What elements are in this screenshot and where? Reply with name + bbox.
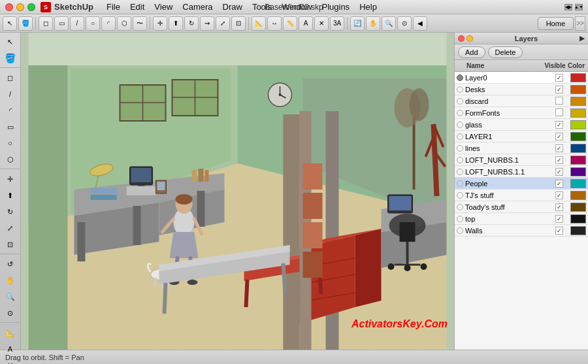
layer-visible-check[interactable]: ✓ xyxy=(547,226,570,235)
checkbox[interactable]: ✓ xyxy=(555,133,563,141)
left-zoomall-btn[interactable]: ⊙ xyxy=(2,305,19,321)
3dtext-btn[interactable]: 3A xyxy=(330,16,344,31)
layer-color-swatch[interactable] xyxy=(570,85,586,94)
left-pushpull-btn[interactable]: ⬆ xyxy=(2,188,19,203)
layer-row[interactable]: Layer0✓ xyxy=(455,72,588,84)
checkbox[interactable]: ✓ xyxy=(555,156,563,164)
layer-visible-check[interactable]: ✓ xyxy=(547,203,570,211)
checkbox[interactable]: ✓ xyxy=(555,215,563,223)
checkbox[interactable]: ✓ xyxy=(555,168,563,176)
left-zoom-btn[interactable]: 🔍 xyxy=(2,289,19,305)
left-offset-btn[interactable]: ⊡ xyxy=(2,237,19,252)
move-btn[interactable]: ✛ xyxy=(153,16,167,31)
push-pull-btn[interactable]: ⬆ xyxy=(169,16,183,31)
layer-row[interactable]: LOFT_NURBS.1✓ xyxy=(455,154,588,166)
checkbox[interactable]: ✓ xyxy=(555,203,563,211)
paint-bucket-btn[interactable]: 🪣 xyxy=(18,16,33,31)
left-scale-btn[interactable]: ⤢ xyxy=(2,220,19,236)
layer-visible-check[interactable]: ✓ xyxy=(547,132,570,141)
layer-visible-check[interactable]: ✓ xyxy=(547,156,570,164)
layer-color-swatch[interactable] xyxy=(570,167,586,176)
left-rect-btn[interactable]: ▭ xyxy=(2,119,19,135)
layer-visible-check[interactable] xyxy=(547,97,570,106)
layer-row[interactable]: top✓ xyxy=(455,213,588,225)
layer-row[interactable]: FormFonts xyxy=(455,107,588,119)
layers-min-btn[interactable] xyxy=(466,35,473,42)
viewport[interactable]: ActivatorsKey.Com xyxy=(21,33,454,350)
layers-options[interactable]: ▶ xyxy=(580,35,585,42)
layer-color-swatch[interactable] xyxy=(570,73,586,82)
left-line-btn[interactable]: / xyxy=(2,86,19,102)
offset-btn[interactable]: ⊡ xyxy=(231,16,246,31)
layer-row[interactable]: Desks✓ xyxy=(455,84,588,95)
scale-btn[interactable]: ⤢ xyxy=(216,16,230,31)
menu-bar[interactable]: File Edit View Camera Draw Tools Window … xyxy=(106,2,377,12)
left-tape-btn[interactable]: 📐 xyxy=(2,325,19,340)
menu-draw[interactable]: Draw xyxy=(223,2,242,12)
layer-color-swatch[interactable] xyxy=(570,191,586,200)
zoom-btn[interactable]: 🔍 xyxy=(382,16,396,31)
checkbox[interactable]: ✓ xyxy=(555,180,563,188)
rotate-btn[interactable]: ↻ xyxy=(184,16,199,31)
line-btn[interactable]: / xyxy=(70,16,84,31)
checkbox[interactable]: ✓ xyxy=(555,144,563,152)
left-pan-btn[interactable]: ✋ xyxy=(2,273,19,288)
left-rotate-btn[interactable]: ↻ xyxy=(2,204,19,220)
layer-color-swatch[interactable] xyxy=(570,97,586,106)
left-circle-btn[interactable]: ○ xyxy=(2,135,19,151)
arc-btn[interactable]: ◜ xyxy=(101,16,116,31)
layer-visible-check[interactable]: ✓ xyxy=(547,214,570,223)
left-paint-btn[interactable]: 🪣 xyxy=(2,50,19,66)
layer-color-swatch[interactable] xyxy=(570,179,586,188)
tape-btn[interactable]: 📐 xyxy=(252,16,266,31)
menu-view[interactable]: View xyxy=(154,2,172,12)
layer-color-swatch[interactable] xyxy=(570,203,586,212)
layer-row[interactable]: glass✓ xyxy=(455,119,588,131)
menu-file[interactable]: File xyxy=(106,2,120,12)
rectangle-btn[interactable]: ▭ xyxy=(54,16,69,31)
close-button[interactable] xyxy=(5,3,13,11)
layer-color-swatch[interactable] xyxy=(570,144,586,153)
maximize-button[interactable] xyxy=(27,3,35,11)
layer-visible-check[interactable]: ✓ xyxy=(547,144,570,152)
resize-icon-1[interactable]: ◀▶ xyxy=(564,4,572,10)
left-select-btn[interactable]: ↖ xyxy=(2,34,19,50)
layer-row[interactable]: LOFT_NURBS.1.1✓ xyxy=(455,166,588,178)
circle-btn[interactable]: ○ xyxy=(86,16,100,31)
layer-row[interactable]: LAYER1✓ xyxy=(455,131,588,142)
layer-visible-check[interactable] xyxy=(547,108,570,118)
protractor-btn[interactable]: 📏 xyxy=(283,16,297,31)
layer-color-swatch[interactable] xyxy=(570,132,586,141)
axes-btn[interactable]: ✕ xyxy=(314,16,329,31)
layer-row[interactable]: People✓ xyxy=(455,178,588,190)
layer-visible-check[interactable]: ✓ xyxy=(547,191,570,199)
resize-icon-2[interactable]: ▲▼ xyxy=(575,4,583,10)
layer-row[interactable]: Walls✓ xyxy=(455,225,588,237)
layers-close-btn[interactable] xyxy=(458,35,465,42)
left-polygon-btn[interactable]: ⬡ xyxy=(2,152,19,167)
dimension-btn[interactable]: ↔ xyxy=(267,16,282,31)
layer-color-swatch[interactable] xyxy=(570,226,586,235)
polygon-btn[interactable]: ⬡ xyxy=(117,16,131,31)
layer-row[interactable]: lines✓ xyxy=(455,142,588,154)
zoom-extent-btn[interactable]: ⊙ xyxy=(397,16,412,31)
follow-me-btn[interactable]: ⇝ xyxy=(200,16,214,31)
toolbar-expander[interactable]: >> xyxy=(575,16,585,31)
checkbox[interactable]: ✓ xyxy=(555,191,563,199)
checkbox[interactable]: ✓ xyxy=(555,86,563,93)
minimize-button[interactable] xyxy=(16,3,24,11)
select-tool-btn[interactable]: ↖ xyxy=(3,16,17,31)
left-move-btn[interactable]: ✛ xyxy=(2,171,19,187)
orbit-btn[interactable]: 🔄 xyxy=(350,16,365,31)
layer-color-swatch[interactable] xyxy=(570,156,586,165)
freehand-btn[interactable]: 〜 xyxy=(133,16,147,31)
eraser-btn[interactable]: ◻ xyxy=(39,16,53,31)
layer-row[interactable]: Toady's stuff✓ xyxy=(455,201,588,213)
checkbox[interactable]: ✓ xyxy=(555,227,563,235)
layer-visible-check[interactable]: ✓ xyxy=(547,85,570,93)
left-orbit-btn[interactable]: ↺ xyxy=(2,256,19,272)
checkbox[interactable] xyxy=(555,97,563,105)
layer-visible-check[interactable]: ✓ xyxy=(547,120,570,129)
traffic-lights[interactable] xyxy=(5,3,35,11)
menu-camera[interactable]: Camera xyxy=(182,2,212,12)
